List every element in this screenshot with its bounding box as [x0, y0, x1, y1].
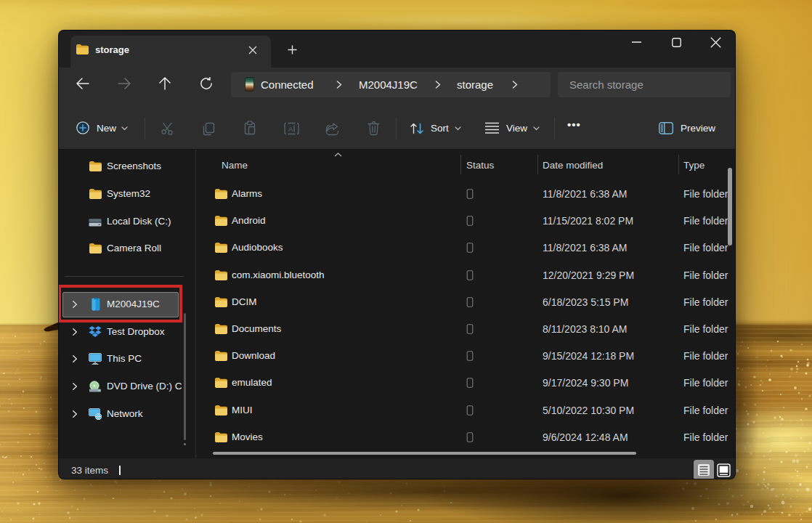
- svg-text:A: A: [288, 125, 293, 133]
